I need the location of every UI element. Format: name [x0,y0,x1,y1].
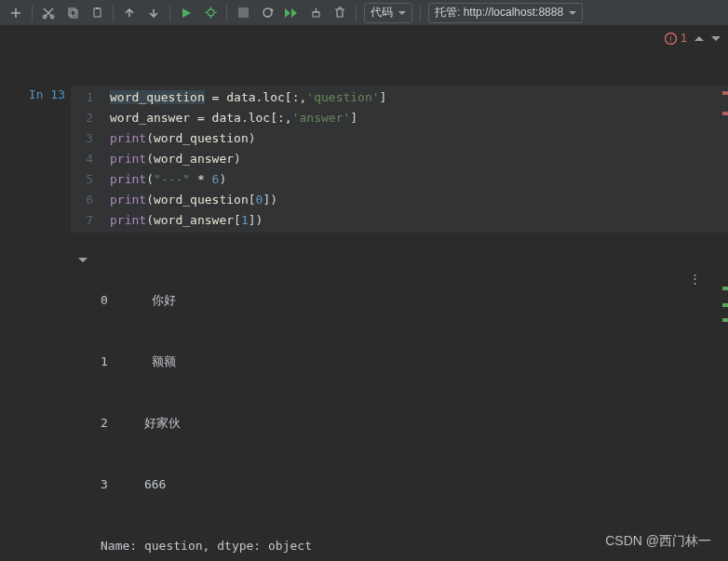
svg-point-6 [208,9,214,16]
next-warning-button[interactable] [711,36,721,41]
add-cell-button[interactable] [5,2,27,24]
cell-output: 0 你好 1 额额 2 好家伙 3 666 Name: question, dt… [101,249,728,561]
error-indicator[interactable]: ! 1 [665,32,687,45]
watermark: CSDN @西门林一 [605,533,711,550]
run-cell-button[interactable] [175,2,197,24]
svg-rect-2 [69,8,75,16]
svg-rect-7 [238,7,249,18]
svg-rect-5 [96,7,99,9]
line-number-gutter: 1 2 3 4 5 6 7 [71,86,101,233]
output-area: 0 你好 1 额额 2 好家伙 3 666 Name: question, dt… [0,249,728,561]
cell-more-icon[interactable]: ⋮ [685,272,704,286]
svg-rect-8 [313,12,319,17]
paste-icon[interactable] [86,2,108,24]
cell-prompt: In 13 [0,86,71,233]
svg-rect-4 [94,8,101,17]
code-cell: In 13 1 2 3 4 5 6 7 word_question = data… [0,86,728,233]
svg-rect-3 [71,10,77,18]
move-up-button[interactable] [118,2,141,24]
status-bar: ! 1 [0,26,728,50]
toolbar: 代码 托管: http://localhost:8888 [0,0,728,26]
cut-icon[interactable] [37,2,60,24]
debug-cell-button[interactable] [199,2,222,24]
minimap [722,26,728,561]
chevron-down-icon [398,11,406,15]
stop-icon[interactable] [232,2,254,24]
clear-output-icon[interactable] [304,2,327,24]
cell-type-label: 代码 [371,5,393,20]
error-count: 1 [681,32,687,45]
prev-warning-button[interactable] [694,36,704,41]
output-line: 2 好家伙 [101,413,728,434]
run-all-icon[interactable] [280,2,303,24]
chevron-down-icon [569,11,576,15]
svg-text:!: ! [670,34,673,44]
code-editor[interactable]: word_question = data.loc[:,'question'] w… [101,86,728,233]
output-line: 1 额额 [101,352,728,372]
delete-cell-icon[interactable] [329,2,351,24]
host-label: 托管: http://localhost:8888 [435,5,563,20]
output-line: 3 666 [101,474,728,495]
host-dropdown[interactable]: 托管: http://localhost:8888 [428,3,583,23]
move-down-button[interactable] [142,2,165,24]
cell-type-dropdown[interactable]: 代码 [364,3,412,23]
restart-icon[interactable] [256,2,278,24]
output-line: 0 你好 [101,290,728,311]
collapse-output-icon[interactable] [78,258,88,262]
copy-icon[interactable] [61,2,84,24]
